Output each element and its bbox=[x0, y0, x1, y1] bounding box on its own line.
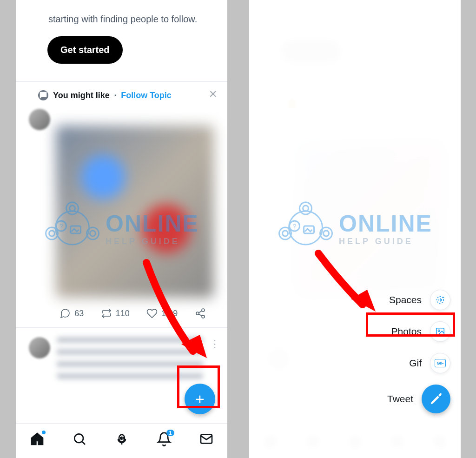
mail-icon bbox=[199, 431, 214, 446]
phone-left: starting with finding people to follow. … bbox=[16, 0, 227, 458]
reply-icon bbox=[60, 308, 71, 319]
tweet-card[interactable]: 63 110 1,99 bbox=[29, 109, 214, 327]
home-icon bbox=[30, 431, 45, 446]
svg-point-29 bbox=[438, 330, 440, 332]
tweet-media bbox=[56, 126, 214, 298]
tweet-label: Tweet bbox=[387, 393, 413, 405]
plus-icon: + bbox=[195, 391, 205, 407]
reply-count: 63 bbox=[74, 309, 84, 319]
bottom-nav: 1 bbox=[16, 423, 227, 456]
notification-badge: 1 bbox=[166, 430, 174, 436]
compose-option-spaces[interactable]: Spaces bbox=[389, 290, 450, 310]
svg-line-6 bbox=[82, 442, 85, 445]
photos-label: Photos bbox=[391, 326, 422, 337]
heart-icon bbox=[146, 308, 158, 319]
gif-icon: GIF bbox=[430, 353, 450, 373]
share-icon bbox=[195, 308, 206, 319]
svg-line-3 bbox=[198, 314, 202, 316]
tweet-actions: 63 110 1,99 bbox=[29, 298, 214, 327]
mic-icon bbox=[114, 431, 129, 446]
tweet-text-blur bbox=[57, 337, 203, 379]
like-count: 1,99 bbox=[161, 309, 178, 319]
retweet-icon bbox=[101, 308, 112, 319]
topic-icon bbox=[38, 90, 48, 100]
follow-topic-link[interactable]: Follow Topic bbox=[121, 91, 172, 100]
svg-rect-28 bbox=[436, 328, 444, 335]
spaces-label: Spaces bbox=[389, 294, 422, 305]
tweet-card-collapsed[interactable]: ⋮ bbox=[16, 328, 227, 379]
retweet-count: 110 bbox=[116, 309, 130, 319]
compose-option-gif[interactable]: Gif GIF bbox=[409, 353, 450, 373]
nav-notifications[interactable]: 1 bbox=[157, 431, 172, 448]
phone-right: Spaces Photos Gif GIF Tweet bbox=[249, 0, 461, 458]
svg-point-5 bbox=[74, 434, 83, 443]
onboarding-subtitle: starting with finding people to follow. bbox=[48, 14, 213, 25]
get-started-button[interactable]: Get started bbox=[47, 36, 123, 64]
svg-point-2 bbox=[202, 315, 205, 318]
compose-menu: Spaces Photos Gif GIF Tweet bbox=[387, 290, 450, 413]
gif-label: Gif bbox=[409, 358, 422, 369]
svg-point-1 bbox=[196, 312, 199, 315]
nav-search[interactable] bbox=[72, 431, 87, 448]
nav-spaces[interactable] bbox=[114, 431, 129, 448]
search-icon bbox=[72, 431, 87, 446]
compose-option-photos[interactable]: Photos bbox=[391, 321, 450, 342]
retweet-button[interactable]: 110 bbox=[101, 308, 130, 319]
nav-home[interactable] bbox=[30, 431, 45, 448]
like-button[interactable]: 1,99 bbox=[146, 308, 178, 319]
nav-messages[interactable] bbox=[199, 431, 214, 448]
avatar bbox=[29, 109, 50, 130]
compose-option-tweet[interactable]: Tweet bbox=[387, 385, 450, 413]
spaces-icon bbox=[430, 290, 450, 310]
more-icon[interactable]: ⋮ bbox=[210, 337, 220, 350]
compose-fab[interactable]: + bbox=[185, 384, 215, 414]
photo-icon bbox=[430, 321, 450, 342]
topic-suggestion-row: You might like · Follow Topic ✕ bbox=[16, 82, 227, 105]
avatar bbox=[29, 337, 50, 358]
close-icon[interactable]: ✕ bbox=[209, 88, 217, 100]
tweet-fab-icon bbox=[422, 385, 450, 413]
svg-point-0 bbox=[202, 309, 205, 312]
share-button[interactable] bbox=[195, 308, 206, 319]
reply-button[interactable]: 63 bbox=[60, 308, 84, 319]
svg-line-4 bbox=[198, 311, 202, 313]
you-might-like-label: You might like bbox=[53, 91, 110, 100]
separator-dot: · bbox=[114, 91, 116, 100]
